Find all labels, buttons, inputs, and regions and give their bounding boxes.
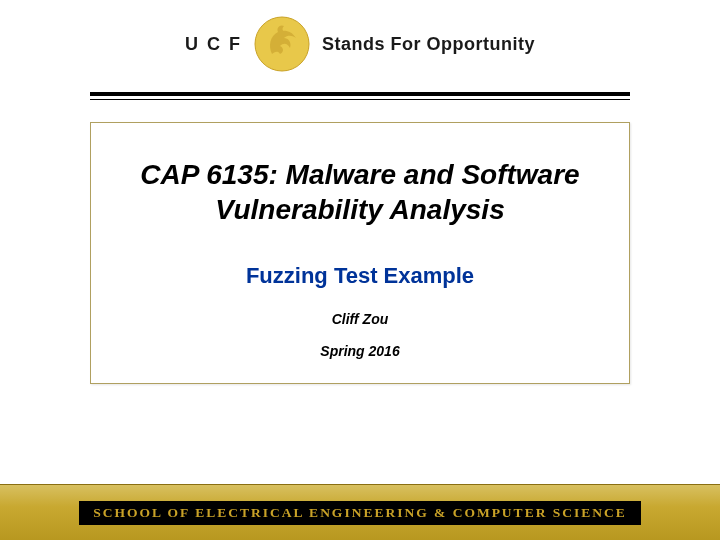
divider-thin xyxy=(90,99,630,100)
course-title-line1: CAP 6135: Malware and Software xyxy=(140,159,579,190)
pegasus-icon xyxy=(254,16,310,72)
slide-subtitle: Fuzzing Test Example xyxy=(111,263,609,289)
course-title: CAP 6135: Malware and Software Vulnerabi… xyxy=(111,157,609,227)
term-label: Spring 2016 xyxy=(111,343,609,359)
author-name: Cliff Zou xyxy=(111,311,609,327)
school-name: SCHOOL OF ELECTRICAL ENGINEERING & COMPU… xyxy=(79,501,641,525)
divider-thick xyxy=(90,92,630,96)
course-title-line2: Vulnerability Analysis xyxy=(215,194,504,225)
slide-footer: SCHOOL OF ELECTRICAL ENGINEERING & COMPU… xyxy=(0,484,720,540)
tagline: Stands For Opportunity xyxy=(322,34,535,55)
org-abbr: U C F xyxy=(185,34,242,55)
slide-header: U C F Stands For Opportunity xyxy=(0,0,720,80)
title-box: CAP 6135: Malware and Software Vulnerabi… xyxy=(90,122,630,384)
